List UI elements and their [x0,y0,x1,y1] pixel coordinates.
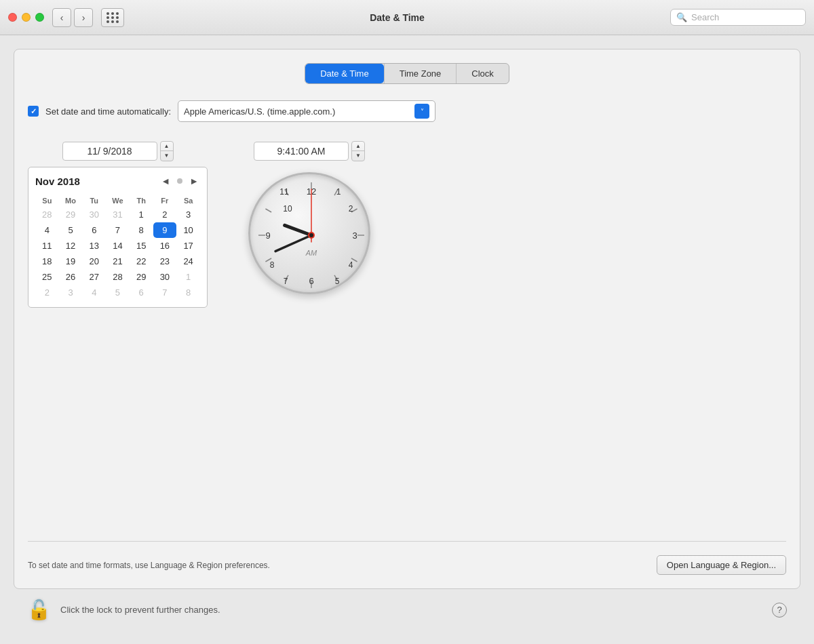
calendar-day[interactable]: 6 [82,222,106,238]
server-select-text: Apple Americas/U.S. (time.apple.com.) [184,106,410,117]
calendar-day[interactable]: 6 [130,285,153,300]
minimize-button[interactable] [22,13,31,22]
calendar-day[interactable]: 25 [35,269,59,285]
calendar-day-header: Fr [153,195,177,207]
calendar-day[interactable]: 30 [82,207,106,222]
calendar-day-header: We [106,195,130,207]
datetime-area: 11/ 9/2018 ▲ ▼ Nov 2018 ◄ ► [28,141,786,541]
table-row: 18192021222324 [35,254,200,269]
calendar-day[interactable]: 10 [176,222,200,238]
lock-icon[interactable]: 🔓 [27,599,51,621]
clock-svg: 12 3 6 9 2 4 10 8 5 7 1 11 [250,174,370,294]
calendar-day-header: Su [35,195,59,207]
svg-text:11: 11 [279,187,289,197]
calendar-day[interactable]: 2 [35,285,59,300]
calendar-day[interactable]: 21 [106,254,130,269]
time-increment-button[interactable]: ▲ [352,142,364,151]
calendar-day[interactable]: 12 [59,238,83,254]
forward-button[interactable]: › [74,8,93,27]
date-stepper: ▲ ▼ [160,141,174,161]
search-box: 🔍 [670,9,806,26]
calendar-day[interactable]: 24 [176,254,200,269]
calendar-day[interactable]: 1 [130,207,153,222]
calendar-day-header: Mo [59,195,83,207]
tab-time-zone[interactable]: Time Zone [384,64,457,83]
calendar-day[interactable]: 29 [130,269,153,285]
calendar-day[interactable]: 31 [106,207,130,222]
tab-bar: Date & Time Time Zone Clock [28,63,786,84]
calendar-day[interactable]: 7 [153,285,177,300]
time-input[interactable]: 9:41:00 AM [254,142,349,161]
tab-clock[interactable]: Clock [456,64,509,83]
time-stepper: ▲ ▼ [351,141,365,161]
tab-date-time[interactable]: Date & Time [305,64,384,83]
calendar-day[interactable]: 16 [153,238,177,254]
help-button[interactable]: ? [772,603,787,618]
calendar-day[interactable]: 3 [176,207,200,222]
calendar-day[interactable]: 28 [106,269,130,285]
svg-point-29 [309,233,313,237]
auto-time-checkbox[interactable]: ✓ [28,106,39,117]
calendar-day[interactable]: 5 [106,285,130,300]
maximize-button[interactable] [35,13,44,22]
svg-text:AM: AM [305,249,317,257]
calendar-day[interactable]: 3 [59,285,83,300]
calendar-day[interactable]: 19 [59,254,83,269]
table-row: 11121314151617 [35,238,200,254]
calendar-day[interactable]: 5 [59,222,83,238]
calendar-day[interactable]: 13 [82,238,106,254]
titlebar: ‹ › Date & Time 🔍 [0,0,814,35]
svg-text:1: 1 [336,187,341,197]
time-decrement-button[interactable]: ▼ [352,151,364,161]
lock-label: Click the lock to prevent further change… [60,605,220,615]
calendar-day[interactable]: 20 [82,254,106,269]
svg-text:3: 3 [352,230,357,241]
calendar-dot-icon [177,178,182,184]
calendar-day[interactable]: 18 [35,254,59,269]
calendar-day[interactable]: 8 [176,285,200,300]
select-arrow-icon: ˅ [414,104,429,119]
calendar-day[interactable]: 22 [130,254,153,269]
calendar-grid: SuMoTuWeThFrSa 2829303112345678910111213… [35,195,200,300]
calendar-day[interactable]: 17 [176,238,200,254]
calendar-day[interactable]: 4 [82,285,106,300]
server-select[interactable]: Apple Americas/U.S. (time.apple.com.) ˅ [178,100,435,122]
svg-text:8: 8 [270,260,275,270]
search-input[interactable] [691,12,800,22]
svg-text:7: 7 [284,277,288,286]
calendar: Nov 2018 ◄ ► SuMoTuWeThFrSa 282930311234… [28,167,208,308]
calendar-day[interactable]: 27 [82,269,106,285]
back-button[interactable]: ‹ [52,8,71,27]
calendar-day[interactable]: 7 [106,222,130,238]
calendar-nav: ◄ ► [159,174,200,188]
calendar-day[interactable]: 4 [35,222,59,238]
calendar-day[interactable]: 15 [130,238,153,254]
calendar-day[interactable]: 29 [59,207,83,222]
calendar-next-button[interactable]: ► [188,174,200,188]
calendar-day-header: Tu [82,195,106,207]
date-side: 11/ 9/2018 ▲ ▼ Nov 2018 ◄ ► [28,141,208,308]
calendar-day[interactable]: 30 [153,269,177,285]
calendar-day[interactable]: 11 [35,238,59,254]
calendar-day[interactable]: 26 [59,269,83,285]
calendar-day[interactable]: 14 [106,238,130,254]
calendar-day[interactable]: 2 [153,207,177,222]
calendar-day[interactable]: 1 [176,269,200,285]
calendar-day[interactable]: 23 [153,254,177,269]
calendar-day[interactable]: 28 [35,207,59,222]
close-button[interactable] [8,13,17,22]
table-row: 2345678 [35,285,200,300]
footer: 🔓 Click the lock to prevent further chan… [14,589,800,630]
search-icon: 🔍 [676,12,687,22]
date-input[interactable]: 11/ 9/2018 [62,142,157,161]
calendar-month-year: Nov 2018 [35,176,80,187]
date-increment-button[interactable]: ▲ [161,142,173,151]
calendar-day[interactable]: 8 [130,222,153,238]
date-decrement-button[interactable]: ▼ [161,151,173,161]
table-row: 45678910 [35,222,200,238]
open-language-region-button[interactable]: Open Language & Region... [657,555,786,575]
grid-view-button[interactable] [101,8,124,27]
calendar-day[interactable]: 9 [153,222,177,238]
clock-face: 12 3 6 9 2 4 10 8 5 7 1 11 [248,172,370,294]
calendar-prev-button[interactable]: ◄ [159,174,172,188]
